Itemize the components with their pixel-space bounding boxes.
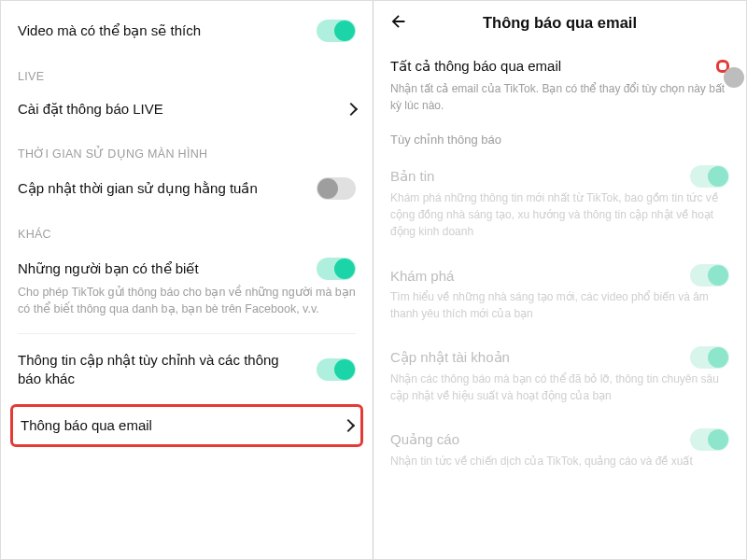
account-update-sub: Nhận các thông báo mà bạn có thể đã bỏ l… [374,369,746,415]
newsletter-label: Bản tin [390,168,434,185]
row-custom-updates[interactable]: Thông tin cập nhật tùy chỉnh và các thôn… [1,340,373,399]
section-screen-time: THỜI GIAN SỬ DỤNG MÀN HÌNH [1,130,373,166]
email-notif-label: Thông báo qua email [21,416,152,435]
row-email-notif[interactable]: Thông báo qua email [13,407,360,444]
row-people-know[interactable]: Những người bạn có thể biết [1,246,373,284]
discover-sub: Tìm hiểu về những nhà sáng tạo mới, các … [374,287,746,333]
divider [18,333,356,334]
ads-label: Quảng cáo [390,431,459,448]
account-update-label: Cập nhật tài khoản [390,349,510,366]
custom-updates-label: Thông tin cập nhật tùy chỉnh và các thôn… [18,351,279,387]
people-know-label: Những người bạn có thể biết [18,259,199,278]
highlight-email-notif: Thông báo qua email [10,404,363,447]
chevron-right-icon [345,103,358,116]
toggle-ads[interactable] [690,428,729,451]
row-all-email[interactable]: Tất cả thông báo qua email [374,45,746,77]
page-title: Thông báo qua email [483,14,637,32]
weekly-update-label: Cập nhật thời gian sử dụng hằng tuần [18,179,258,198]
all-email-sub: Nhận tất cả email của TikTok. Bạn có thể… [374,77,746,123]
right-pane: Thông báo qua email Tất cả thông báo qua… [374,1,746,559]
video-suggest-label: Video mà có thể bạn sẽ thích [18,21,201,40]
toggle-video-suggest[interactable] [317,20,356,42]
row-live-setting[interactable]: Cài đặt thông báo LIVE [1,89,373,130]
section-live: LIVE [1,53,373,89]
all-email-label: Tất cả thông báo qua email [390,58,561,75]
discover-label: Khám phá [390,268,454,284]
section-other: KHÁC [1,211,373,246]
row-account-update[interactable]: Cập nhật tài khoản [374,333,746,369]
row-newsletter[interactable]: Bản tin [374,152,746,188]
chevron-right-icon [342,419,355,432]
row-discover[interactable]: Khám phá [374,251,746,287]
people-know-sub: Cho phép TikTok gửi thông báo cho bạn về… [1,284,373,329]
toggle-newsletter[interactable] [690,165,729,188]
live-setting-label: Cài đặt thông báo LIVE [18,100,163,119]
toggle-people-know[interactable] [317,258,356,280]
highlight-all-email-toggle [716,60,729,73]
ads-sub: Nhận tin tức về chiến dịch của TikTok, q… [374,451,746,481]
header-bar: Thông báo qua email [374,1,746,45]
toggle-account-update[interactable] [690,346,729,369]
toggle-custom-updates[interactable] [317,358,356,381]
left-pane: Video mà có thể bạn sẽ thích LIVE Cài đặ… [1,1,374,559]
back-button[interactable] [388,11,409,35]
toggle-discover[interactable] [690,264,729,287]
row-weekly-update[interactable]: Cập nhật thời gian sử dụng hằng tuần [1,166,373,211]
row-video-suggest[interactable]: Video mà có thể bạn sẽ thích [1,8,373,53]
toggle-weekly-update[interactable] [317,177,356,200]
arrow-left-icon [388,11,409,32]
newsletter-sub: Khám phá những thông tin mới nhất từ Tik… [374,188,746,251]
customize-label: Tùy chỉnh thông báo [374,123,746,152]
row-ads[interactable]: Quảng cáo [374,415,746,451]
